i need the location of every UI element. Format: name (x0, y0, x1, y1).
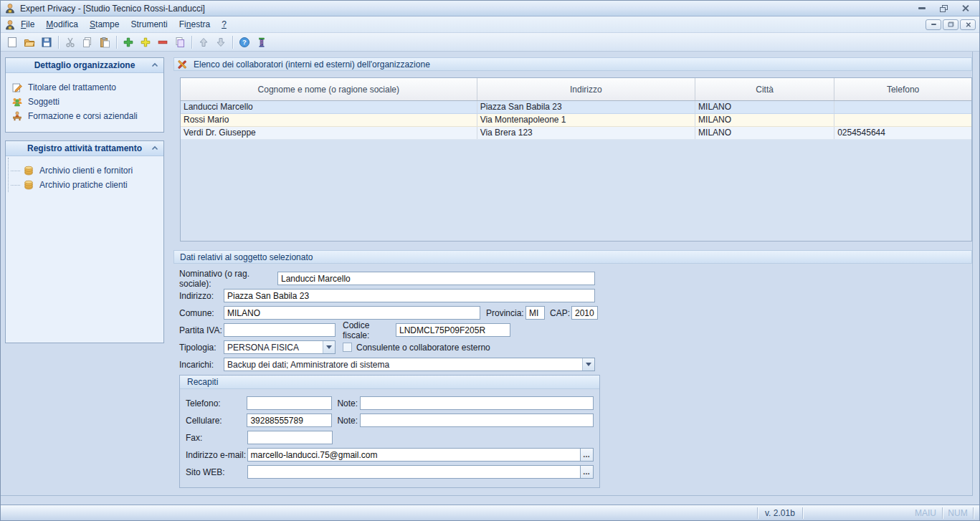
telefono-field[interactable] (247, 396, 332, 410)
mdi-minimize-button[interactable] (926, 19, 941, 30)
consulente-checkbox[interactable] (343, 343, 352, 352)
panel-header[interactable]: Registro attività trattamento (6, 141, 163, 156)
panel-header[interactable]: Dettaglio organizzazione (6, 58, 163, 73)
close-button[interactable] (954, 3, 976, 14)
person-desk-icon (11, 110, 23, 122)
table-row[interactable]: Rossi Mario Via Montenapoleone 1 MILANO (181, 114, 971, 127)
partita-iva-label: Partita IVA: (179, 325, 224, 335)
new-document-button[interactable] (4, 34, 21, 50)
column-header-address[interactable]: Indirizzo (477, 78, 695, 100)
people-group-icon (11, 96, 23, 107)
detail-form: Nominativo (o rag. sociale): Indirizzo: … (173, 264, 972, 488)
mdi-restore-button[interactable] (943, 19, 958, 30)
minimize-button[interactable] (911, 3, 933, 14)
panel-dettaglio-organizzazione: Dettaglio organizzazione Titolare del tr… (5, 57, 164, 133)
mdi-minimize-icon (931, 24, 936, 25)
toolbar-separator (232, 36, 233, 49)
collapse-chevron-icon[interactable] (151, 145, 159, 151)
save-button[interactable] (38, 34, 55, 50)
sidebar-item-archivio-clienti-fornitori[interactable]: Archivio clienti e fornitori (16, 163, 159, 178)
telefono-note-field[interactable] (360, 396, 594, 410)
delete-red-minus-icon (157, 37, 168, 48)
add-green-plus-icon (123, 37, 134, 48)
indirizzo-field[interactable] (224, 289, 595, 302)
status-bar: v. 2.01b MAIU NUM (1, 505, 979, 520)
email-field[interactable] (247, 448, 581, 462)
help-button[interactable] (236, 34, 253, 50)
comune-field[interactable] (224, 306, 480, 320)
save-icon (41, 37, 52, 48)
move-down-button[interactable] (212, 34, 229, 50)
codice-fiscale-field[interactable] (396, 323, 510, 337)
caps-lock-indicator: MAIU (909, 508, 942, 518)
menu-finestra[interactable]: Finestra (173, 18, 216, 31)
table-row[interactable]: Verdi Dr. Giuseppe Via Brera 123 MILANO … (181, 127, 971, 140)
copy-button[interactable] (79, 34, 96, 50)
paste-button[interactable] (96, 34, 113, 50)
delete-record-button[interactable] (154, 34, 171, 50)
mdi-close-button[interactable] (960, 19, 976, 30)
sidebar-item-soggetti[interactable]: Soggetti (11, 95, 159, 109)
cellulare-field[interactable] (247, 414, 332, 427)
mdi-restore-icon (948, 22, 953, 27)
cell-name: Landucci Marcello (181, 101, 477, 113)
partita-iva-field[interactable] (224, 323, 336, 337)
chevron-down-icon (586, 363, 591, 366)
detail-section-header: Dati relativi al soggetto selezionato (173, 250, 972, 264)
dropdown-button[interactable] (582, 358, 594, 371)
menu-strumenti[interactable]: Strumenti (125, 18, 173, 31)
exit-icon (256, 37, 267, 48)
cap-field[interactable] (571, 306, 598, 320)
fax-field[interactable] (247, 431, 333, 444)
menu-file[interactable]: File (15, 18, 40, 31)
codice-fiscale-label: Codice fiscale: (343, 320, 396, 340)
menu-modifica[interactable]: Modifica (40, 18, 84, 31)
sito-web-browse-button[interactable]: … (581, 465, 594, 479)
cut-icon (65, 37, 76, 48)
edit-record-button[interactable] (137, 34, 154, 50)
database-icon (23, 165, 34, 176)
tipologia-dropdown[interactable]: PERSONA FISICA (224, 340, 336, 354)
nominativo-label: Nominativo (o rag. sociale): (179, 269, 277, 289)
app-window: Expert Privacy - [Studio Tecnico Rossi-L… (0, 0, 980, 521)
column-header-city[interactable]: Città (695, 78, 834, 100)
fax-label: Fax: (186, 433, 247, 443)
status-divider (802, 507, 803, 519)
section-title: Elenco dei collaboratori (interni ed est… (194, 59, 430, 70)
note-label: Note: (337, 398, 360, 408)
menu-stampe[interactable]: Stampe (84, 18, 125, 31)
cut-button[interactable] (62, 34, 79, 50)
indirizzo-label: Indirizzo: (179, 291, 224, 301)
restore-button[interactable] (933, 3, 954, 14)
num-lock-indicator: NUM (943, 508, 973, 518)
sidebar-item-archivio-pratiche-clienti[interactable]: Archivio pratiche clienti (16, 178, 159, 192)
open-folder-icon (24, 37, 35, 48)
column-header-phone[interactable]: Telefono (834, 78, 971, 100)
duplicate-record-button[interactable] (171, 34, 189, 50)
move-up-button[interactable] (195, 34, 212, 50)
menu-help[interactable]: ? (216, 18, 232, 31)
sidebar-item-label: Archivio pratiche clienti (39, 180, 128, 190)
new-document-icon (6, 37, 18, 48)
sito-web-field[interactable] (247, 465, 581, 479)
cell-phone (834, 101, 971, 113)
main-region: Elenco dei collaboratori (interni ed est… (173, 57, 972, 505)
sidebar-item-label: Titolare del trattamento (28, 82, 116, 92)
table-row-selected[interactable]: Landucci Marcello Piazza San Babila 23 M… (181, 101, 971, 114)
sidebar-item-titolare[interactable]: Titolare del trattamento (11, 80, 159, 95)
open-button[interactable] (21, 34, 38, 50)
provincia-field[interactable] (525, 306, 545, 320)
add-record-button[interactable] (120, 34, 137, 50)
email-browse-button[interactable]: … (581, 448, 594, 462)
collapse-chevron-icon[interactable] (151, 62, 159, 68)
version-label: v. 2.01b (758, 508, 802, 518)
column-header-name[interactable]: Cognome e nome (o ragione sociale) (181, 78, 477, 100)
incarichi-dropdown[interactable]: Backup dei dati; Amministratore di siste… (224, 358, 595, 371)
collaborators-section-header: Elenco dei collaboratori (interni ed est… (173, 57, 972, 71)
nominativo-field[interactable] (277, 272, 595, 285)
cellulare-note-field[interactable] (360, 414, 594, 427)
dropdown-button[interactable] (323, 341, 335, 353)
sidebar-item-formazione[interactable]: Formazione e corsi aziendali (11, 109, 159, 123)
sidebar-item-label: Soggetti (28, 97, 60, 107)
exit-button[interactable] (253, 34, 270, 50)
